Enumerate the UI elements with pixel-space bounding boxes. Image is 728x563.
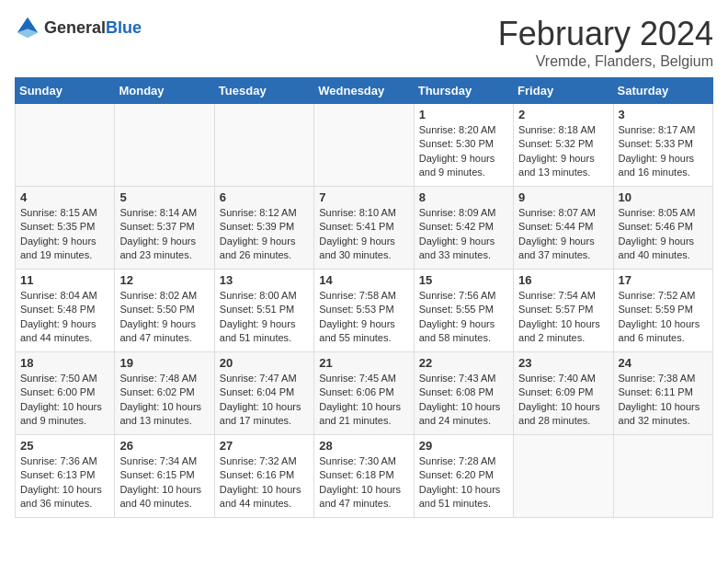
day-number: 23 xyxy=(518,356,608,370)
weekday-header-thursday: Thursday xyxy=(414,78,513,104)
day-info: Sunrise: 7:34 AM Sunset: 6:15 PM Dayligh… xyxy=(119,454,209,511)
day-number: 12 xyxy=(119,273,209,287)
day-info: Sunrise: 7:43 AM Sunset: 6:08 PM Dayligh… xyxy=(419,372,508,429)
calendar-cell: 24Sunrise: 7:38 AM Sunset: 6:11 PM Dayli… xyxy=(613,352,712,435)
calendar-cell xyxy=(16,104,115,187)
calendar-cell xyxy=(214,104,313,187)
day-number: 4 xyxy=(20,190,109,204)
calendar-cell: 25Sunrise: 7:36 AM Sunset: 6:13 PM Dayli… xyxy=(16,435,115,518)
day-info: Sunrise: 7:50 AM Sunset: 6:00 PM Dayligh… xyxy=(20,372,109,429)
day-info: Sunrise: 8:20 AM Sunset: 5:30 PM Dayligh… xyxy=(419,123,508,180)
week-row-2: 4Sunrise: 8:15 AM Sunset: 5:35 PM Daylig… xyxy=(16,187,713,270)
day-number: 8 xyxy=(419,190,508,204)
weekday-header-saturday: Saturday xyxy=(613,78,712,104)
day-info: Sunrise: 7:40 AM Sunset: 6:09 PM Dayligh… xyxy=(518,372,608,429)
day-number: 15 xyxy=(419,273,508,287)
day-info: Sunrise: 8:00 AM Sunset: 5:51 PM Dayligh… xyxy=(220,289,309,346)
calendar-cell: 27Sunrise: 7:32 AM Sunset: 6:16 PM Dayli… xyxy=(214,435,313,518)
day-info: Sunrise: 8:05 AM Sunset: 5:46 PM Dayligh… xyxy=(619,206,708,263)
calendar-cell: 11Sunrise: 8:04 AM Sunset: 5:48 PM Dayli… xyxy=(16,270,115,352)
day-info: Sunrise: 7:56 AM Sunset: 5:55 PM Dayligh… xyxy=(419,289,508,346)
day-number: 26 xyxy=(119,439,209,453)
day-info: Sunrise: 8:17 AM Sunset: 5:33 PM Dayligh… xyxy=(619,123,708,180)
calendar-cell: 14Sunrise: 7:58 AM Sunset: 5:53 PM Dayli… xyxy=(314,270,414,352)
calendar-cell: 22Sunrise: 7:43 AM Sunset: 6:08 PM Dayli… xyxy=(414,352,513,435)
day-number: 24 xyxy=(619,356,708,370)
calendar-cell: 3Sunrise: 8:17 AM Sunset: 5:33 PM Daylig… xyxy=(613,104,712,187)
day-info: Sunrise: 8:07 AM Sunset: 5:44 PM Dayligh… xyxy=(518,206,608,263)
calendar-cell: 1Sunrise: 8:20 AM Sunset: 5:30 PM Daylig… xyxy=(414,104,513,187)
day-number: 22 xyxy=(419,356,508,370)
weekday-header-monday: Monday xyxy=(115,78,214,104)
week-row-4: 18Sunrise: 7:50 AM Sunset: 6:00 PM Dayli… xyxy=(16,352,713,435)
day-info: Sunrise: 7:54 AM Sunset: 5:57 PM Dayligh… xyxy=(518,289,608,346)
day-number: 11 xyxy=(20,273,109,287)
day-number: 25 xyxy=(20,439,109,453)
day-info: Sunrise: 7:28 AM Sunset: 6:20 PM Dayligh… xyxy=(419,454,508,511)
main-title: February 2024 xyxy=(498,15,713,53)
day-info: Sunrise: 7:58 AM Sunset: 5:53 PM Dayligh… xyxy=(319,289,408,346)
week-row-1: 1Sunrise: 8:20 AM Sunset: 5:30 PM Daylig… xyxy=(16,104,713,187)
calendar-cell: 23Sunrise: 7:40 AM Sunset: 6:09 PM Dayli… xyxy=(514,352,613,435)
logo-general: General xyxy=(44,18,106,37)
day-info: Sunrise: 7:52 AM Sunset: 5:59 PM Dayligh… xyxy=(619,289,708,346)
day-number: 1 xyxy=(419,108,508,121)
calendar-cell: 18Sunrise: 7:50 AM Sunset: 6:00 PM Dayli… xyxy=(16,352,115,435)
calendar-cell: 12Sunrise: 8:02 AM Sunset: 5:50 PM Dayli… xyxy=(115,270,214,352)
calendar-cell: 10Sunrise: 8:05 AM Sunset: 5:46 PM Dayli… xyxy=(613,187,712,270)
day-info: Sunrise: 7:45 AM Sunset: 6:06 PM Dayligh… xyxy=(319,372,408,429)
day-number: 9 xyxy=(518,190,608,204)
day-number: 21 xyxy=(319,356,408,370)
day-info: Sunrise: 8:14 AM Sunset: 5:37 PM Dayligh… xyxy=(119,206,209,263)
calendar-cell xyxy=(314,104,414,187)
day-info: Sunrise: 8:15 AM Sunset: 5:35 PM Dayligh… xyxy=(20,206,109,263)
logo: GeneralBlue xyxy=(15,15,142,40)
calendar-cell xyxy=(613,435,712,518)
day-info: Sunrise: 8:02 AM Sunset: 5:50 PM Dayligh… xyxy=(119,289,209,346)
day-number: 16 xyxy=(518,273,608,287)
calendar-cell xyxy=(115,104,214,187)
week-row-3: 11Sunrise: 8:04 AM Sunset: 5:48 PM Dayli… xyxy=(16,270,713,352)
day-info: Sunrise: 8:10 AM Sunset: 5:41 PM Dayligh… xyxy=(319,206,408,263)
calendar-cell: 5Sunrise: 8:14 AM Sunset: 5:37 PM Daylig… xyxy=(115,187,214,270)
calendar-table: SundayMondayTuesdayWednesdayThursdayFrid… xyxy=(15,77,713,518)
day-info: Sunrise: 7:38 AM Sunset: 6:11 PM Dayligh… xyxy=(619,372,708,429)
day-number: 5 xyxy=(119,190,209,204)
calendar-cell: 26Sunrise: 7:34 AM Sunset: 6:15 PM Dayli… xyxy=(115,435,214,518)
calendar-cell: 8Sunrise: 8:09 AM Sunset: 5:42 PM Daylig… xyxy=(414,187,513,270)
day-number: 18 xyxy=(20,356,109,370)
weekday-header-wednesday: Wednesday xyxy=(314,78,414,104)
calendar-cell: 6Sunrise: 8:12 AM Sunset: 5:39 PM Daylig… xyxy=(214,187,313,270)
day-info: Sunrise: 7:30 AM Sunset: 6:18 PM Dayligh… xyxy=(319,454,408,511)
title-block: February 2024 Vremde, Flanders, Belgium xyxy=(498,15,713,70)
calendar-cell: 17Sunrise: 7:52 AM Sunset: 5:59 PM Dayli… xyxy=(613,270,712,352)
calendar-cell: 19Sunrise: 7:48 AM Sunset: 6:02 PM Dayli… xyxy=(115,352,214,435)
day-number: 6 xyxy=(220,190,309,204)
calendar-cell: 29Sunrise: 7:28 AM Sunset: 6:20 PM Dayli… xyxy=(414,435,513,518)
calendar-cell: 15Sunrise: 7:56 AM Sunset: 5:55 PM Dayli… xyxy=(414,270,513,352)
day-info: Sunrise: 8:12 AM Sunset: 5:39 PM Dayligh… xyxy=(220,206,309,263)
calendar-cell: 4Sunrise: 8:15 AM Sunset: 5:35 PM Daylig… xyxy=(16,187,115,270)
calendar-cell: 28Sunrise: 7:30 AM Sunset: 6:18 PM Dayli… xyxy=(314,435,414,518)
calendar-cell: 9Sunrise: 8:07 AM Sunset: 5:44 PM Daylig… xyxy=(514,187,613,270)
day-number: 10 xyxy=(619,190,708,204)
day-number: 17 xyxy=(619,273,708,287)
day-number: 27 xyxy=(220,439,309,453)
day-number: 29 xyxy=(419,439,508,453)
day-info: Sunrise: 7:32 AM Sunset: 6:16 PM Dayligh… xyxy=(220,454,309,511)
weekday-header-row: SundayMondayTuesdayWednesdayThursdayFrid… xyxy=(16,78,713,104)
calendar-cell: 13Sunrise: 8:00 AM Sunset: 5:51 PM Dayli… xyxy=(214,270,313,352)
weekday-header-friday: Friday xyxy=(514,78,613,104)
calendar-cell: 2Sunrise: 8:18 AM Sunset: 5:32 PM Daylig… xyxy=(514,104,613,187)
day-info: Sunrise: 7:47 AM Sunset: 6:04 PM Dayligh… xyxy=(220,372,309,429)
logo-icon xyxy=(15,15,40,40)
day-number: 3 xyxy=(619,108,708,121)
day-info: Sunrise: 8:09 AM Sunset: 5:42 PM Dayligh… xyxy=(419,206,508,263)
calendar-cell xyxy=(514,435,613,518)
day-number: 28 xyxy=(319,439,408,453)
subtitle: Vremde, Flanders, Belgium xyxy=(498,53,713,70)
calendar-cell: 20Sunrise: 7:47 AM Sunset: 6:04 PM Dayli… xyxy=(214,352,313,435)
day-number: 13 xyxy=(220,273,309,287)
day-info: Sunrise: 7:48 AM Sunset: 6:02 PM Dayligh… xyxy=(119,372,209,429)
day-number: 2 xyxy=(518,108,608,121)
